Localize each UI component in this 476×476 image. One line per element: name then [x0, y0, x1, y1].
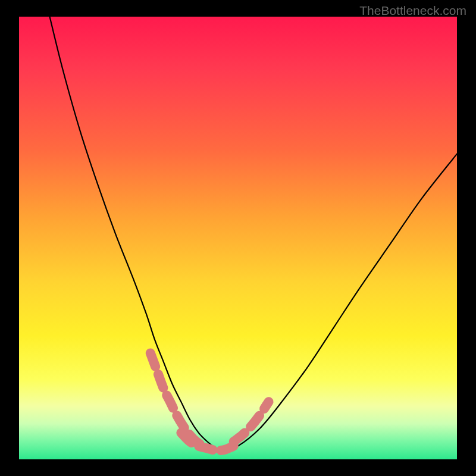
chart-svg	[19, 17, 457, 459]
outer-frame: TheBottleneck.com	[0, 0, 476, 476]
watermark-text: TheBottleneck.com	[359, 4, 466, 18]
chart-plot-area	[19, 17, 457, 459]
bottleneck-curve	[50, 17, 457, 450]
